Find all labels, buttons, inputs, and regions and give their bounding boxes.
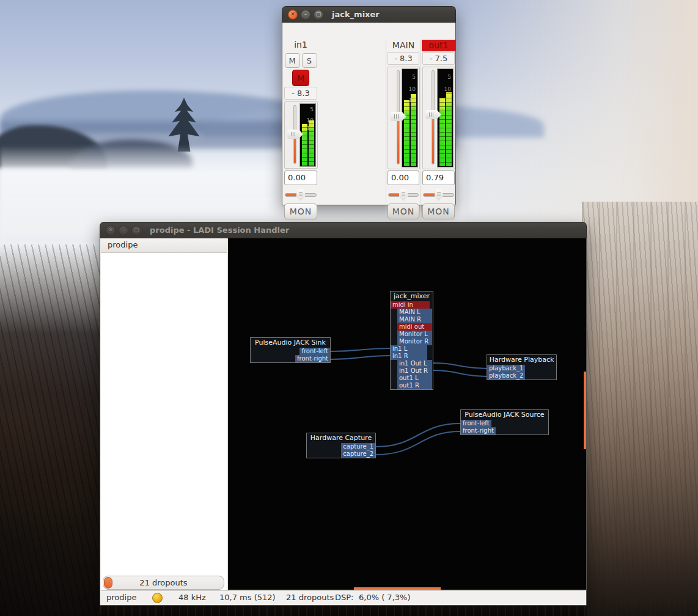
jack-mixer-titlebar[interactable]: ✕ – ▢ jack_mixer [282,6,456,23]
meter-bar-right [309,120,314,166]
jack-mixer-window: ✕ – ▢ jack_mixer in1 M S M - 8.3 5 10 15 [282,6,456,205]
sidebar-header[interactable]: prodipe [101,238,227,253]
balance-slider[interactable] [388,188,419,202]
port-in1-out-l[interactable]: in1 Out L [397,360,432,367]
meter-bar-left [439,98,445,166]
node-title[interactable]: Hardware Playback [487,355,556,365]
session-sidebar: prodipe 21 dropouts [101,238,227,604]
cable-in1outR-to-playback2 [433,370,487,376]
port-in1-l[interactable]: in1 L [391,345,427,353]
port-main-l[interactable]: MAIN L [397,309,432,316]
gain-entry[interactable]: 0.00 [284,170,317,185]
xrun-led-icon[interactable] [152,593,163,603]
gain-entry[interactable]: 0.79 [422,170,455,185]
port-front-right[interactable]: front-right [461,427,496,435]
channel-name: MAIN [387,40,420,51]
meter-tick: 5 [412,74,416,80]
fader-panel: 5 10 15 [388,67,420,169]
fader-fill [397,120,399,164]
node-title[interactable]: Hardware Capture [307,433,375,443]
monitor-button[interactable]: MON [388,204,419,219]
port-capture-1[interactable]: capture_1 [341,443,375,450]
monitor-button[interactable]: MON [284,204,317,219]
jack-mixer-body: in1 M S M - 8.3 5 10 15 0.00 [282,23,456,205]
canvas-horizontal-scrollbar[interactable] [354,587,441,590]
vu-meter: 5 10 15 [437,68,454,167]
port-monitor-l[interactable]: Monitor L [397,331,432,338]
port-front-left[interactable]: front-left [299,348,330,355]
status-dropouts: 21 dropouts [286,593,334,602]
channel-strip-main: MAIN - 8.3 5 10 15 0.00 MON [386,40,421,221]
port-midi-out[interactable]: midi out [397,323,432,331]
maximize-button[interactable]: ▢ [314,10,323,20]
node-pulseaudio-jack-source[interactable]: PulseAudio JACK Source front-left front-… [460,409,549,435]
close-button[interactable]: ✕ [106,226,116,235]
node-hardware-playback[interactable]: Hardware Playback playback_1 playback_2 [487,354,557,380]
monitor-button[interactable]: MON [422,204,455,219]
patchbay-canvas[interactable]: jack_mixer midi in MAIN L MAIN R midi ou… [228,238,586,590]
solo-button[interactable]: S [302,53,317,68]
status-dsp-value: 6,0% ( 7,3%) [359,593,410,602]
close-button[interactable]: ✕ [288,10,298,20]
channel-strip-out1: out1 - 7.5 5 10 15 0.79 MON [421,40,456,221]
balance-slider[interactable] [285,188,317,202]
cable-in1outL-to-playback1 [433,363,487,369]
progress-label: 21 dropouts [103,576,224,589]
port-front-left[interactable]: front-left [461,420,491,427]
port-front-right[interactable]: front-right [295,355,330,362]
port-in1-r[interactable]: in1 R [391,353,427,360]
gain-entry[interactable]: 0.00 [388,170,419,185]
mute-solo-row: M S [283,53,318,68]
canvas-vertical-scrollbar[interactable] [584,372,586,449]
maximize-button[interactable]: ▢ [131,226,141,235]
node-hardware-capture[interactable]: Hardware Capture capture_1 capture_2 [306,433,376,458]
db-readout: - 8.3 [388,52,419,65]
mute-button[interactable]: M [285,53,300,68]
fader-panel: 5 10 15 [422,67,455,169]
port-out1-l[interactable]: out1 L [397,375,432,382]
fader-panel: 5 10 15 [284,101,318,169]
wallpaper-dark-forest-bottom [100,606,587,616]
meter-tick: 10 [409,86,416,92]
meter-bar-right [446,92,452,166]
meter-bar-left [404,100,410,166]
node-title[interactable]: jack_mixer [391,292,433,301]
record-button[interactable]: M [292,70,309,86]
balance-slider[interactable] [423,188,454,202]
window-title: prodipe - LADI Session Handler [150,226,289,235]
port-in1-out-r[interactable]: in1 Out R [397,367,432,375]
port-midi-in[interactable]: midi in [391,301,430,309]
dropouts-progressbar[interactable]: 21 dropouts [103,576,224,590]
balance-handle[interactable] [399,189,408,201]
port-playback-1[interactable]: playback_1 [487,365,525,372]
node-jack-mixer[interactable]: jack_mixer midi in MAIN L MAIN R midi ou… [390,291,433,390]
ladi-titlebar[interactable]: ✕ – ▢ prodipe - LADI Session Handler [100,222,587,238]
port-out1-r[interactable]: out1 R [397,382,432,389]
node-pulseaudio-jack-sink[interactable]: PulseAudio JACK Sink front-left front-ri… [250,337,331,363]
meter-bar-left [302,124,307,166]
port-capture-2[interactable]: capture_2 [341,450,375,458]
node-title[interactable]: PulseAudio JACK Sink [251,338,330,348]
node-title[interactable]: PulseAudio JACK Source [461,410,548,420]
ladi-session-handler-window: ✕ – ▢ prodipe - LADI Session Handler pro… [100,222,587,606]
ladi-body: prodipe 21 dropouts jack_mixer [100,238,587,606]
port-playback-2[interactable]: playback_2 [487,372,525,380]
status-dsp-label: DSP: [335,593,353,602]
db-readout: - 7.5 [422,52,455,65]
db-readout: - 8.3 [284,87,317,100]
minimize-button[interactable]: – [301,10,310,20]
channel-name: in1 [283,40,318,52]
balance-handle[interactable] [296,189,305,201]
balance-handle[interactable] [435,189,443,201]
wallpaper-dark-forest-left [0,244,105,616]
wallpaper-sepia-forest-right [582,202,698,616]
window-title: jack_mixer [332,10,380,19]
cable-sink-fl-to-in1L [331,348,390,351]
meter-tick: 10 [444,86,451,92]
minimize-button[interactable]: – [119,226,128,235]
meter-tick: 5 [310,106,314,112]
status-bar: prodipe 48 kHz 10,7 ms (512) 21 dropouts… [101,590,586,604]
port-monitor-r[interactable]: Monitor R [397,338,432,345]
port-main-r[interactable]: MAIN R [397,316,432,323]
status-latency: 10,7 ms (512) [219,593,276,602]
